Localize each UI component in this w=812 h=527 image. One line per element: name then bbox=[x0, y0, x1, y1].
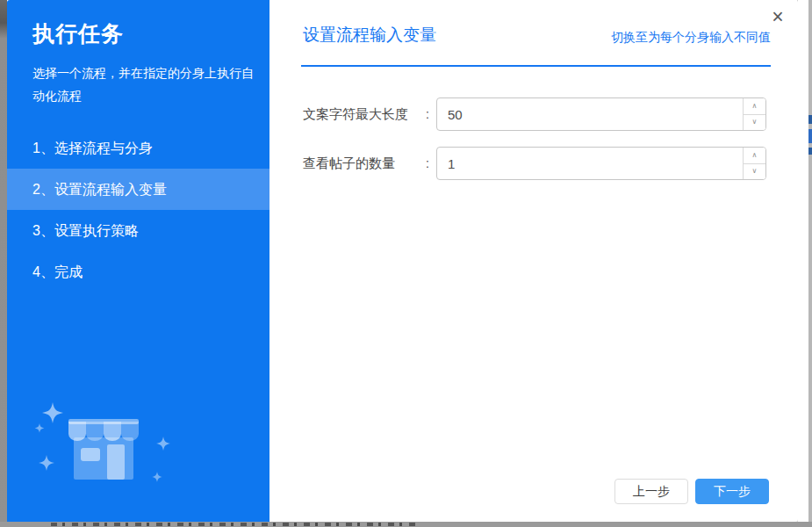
form-row-post-count: 查看帖子的数量 : ∧ ∨ bbox=[303, 147, 766, 180]
post-count-number-input: ∧ ∨ bbox=[436, 147, 766, 180]
spinner-up-icon[interactable]: ∧ bbox=[744, 148, 765, 164]
wizard-main-panel: × 设置流程输入变量 切换至为每个分身输入不同值 文案字符最大长度 : ∧ ∨ bbox=[269, 0, 798, 522]
background-fragment bbox=[808, 129, 812, 143]
background-app-left-edge bbox=[0, 0, 7, 527]
spinner-down-icon[interactable]: ∨ bbox=[744, 164, 765, 180]
storefront-illustration bbox=[19, 395, 195, 501]
spinner-down-icon[interactable]: ∨ bbox=[744, 115, 765, 131]
execute-task-dialog: 执行任务 选择一个流程，并在指定的分身上执行自动化流程 1、选择流程与分身 2、… bbox=[7, 0, 798, 522]
form-row-max-length: 文案字符最大长度 : ∧ ∨ bbox=[303, 97, 766, 131]
number-spinner: ∧ ∨ bbox=[743, 98, 765, 130]
next-step-button[interactable]: 下一步 bbox=[695, 479, 769, 504]
wizard-steps: 1、选择流程与分身 2、设置流程输入变量 3、设置执行策略 4、完成 bbox=[7, 127, 269, 292]
background-app-bottom-edge bbox=[0, 522, 812, 527]
background-text-fragment bbox=[51, 523, 415, 526]
main-header: 设置流程输入变量 切换至为每个分身输入不同值 bbox=[303, 24, 771, 47]
previous-step-button[interactable]: 上一步 bbox=[614, 479, 688, 504]
background-fragment bbox=[808, 148, 812, 155]
header-divider bbox=[301, 65, 771, 67]
post-count-input[interactable] bbox=[437, 148, 743, 179]
section-title: 设置流程输入变量 bbox=[303, 24, 436, 47]
screen: 执行任务 选择一个流程，并在指定的分身上执行自动化流程 1、选择流程与分身 2、… bbox=[0, 0, 812, 527]
switch-per-profile-values-link[interactable]: 切换至为每个分身输入不同值 bbox=[611, 30, 771, 46]
max-length-input[interactable] bbox=[437, 98, 743, 130]
step-set-flow-input-variables[interactable]: 2、设置流程输入变量 bbox=[7, 169, 269, 210]
spinner-up-icon[interactable]: ∧ bbox=[744, 98, 765, 115]
background-fragment bbox=[808, 115, 812, 124]
variables-form: 文案字符最大长度 : ∧ ∨ 查看帖子的数量 : bbox=[303, 97, 766, 196]
dialog-title: 执行任务 bbox=[32, 19, 124, 48]
field-label: 查看帖子的数量 bbox=[303, 155, 419, 172]
label-separator: : bbox=[419, 107, 436, 121]
max-length-number-input: ∧ ∨ bbox=[436, 97, 766, 131]
label-separator: : bbox=[419, 156, 436, 170]
wizard-footer: 上一步 下一步 bbox=[614, 479, 769, 504]
dialog-subtitle: 选择一个流程，并在指定的分身上执行自动化流程 bbox=[32, 61, 257, 107]
wizard-sidebar: 执行任务 选择一个流程，并在指定的分身上执行自动化流程 1、选择流程与分身 2、… bbox=[7, 0, 269, 522]
background-app-right-edge bbox=[808, 0, 812, 527]
step-finish[interactable]: 4、完成 bbox=[7, 251, 269, 292]
number-spinner: ∧ ∨ bbox=[743, 148, 765, 179]
step-select-flow-and-profiles[interactable]: 1、选择流程与分身 bbox=[7, 127, 269, 169]
field-label: 文案字符最大长度 bbox=[303, 106, 419, 123]
step-set-execution-strategy[interactable]: 3、设置执行策略 bbox=[7, 210, 269, 251]
